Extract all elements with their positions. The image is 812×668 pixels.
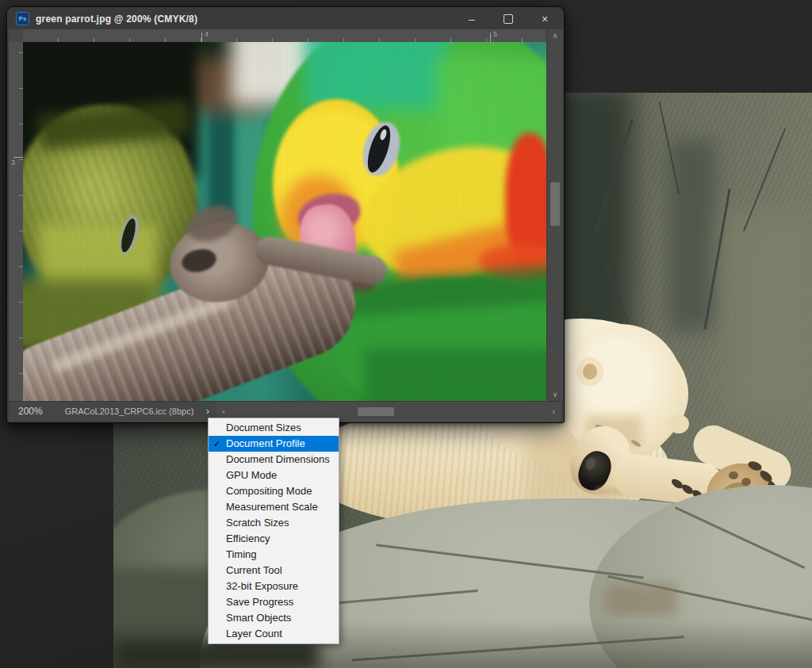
menu-item-document-sizes[interactable]: Document Sizes	[209, 420, 339, 436]
menu-item-timing[interactable]: Timing	[209, 547, 339, 563]
menu-item-efficiency[interactable]: Efficiency	[209, 531, 339, 547]
window-title: green parrot.jpg @ 200% (CMYK/8)	[36, 13, 197, 25]
vertical-scroll-thumb[interactable]	[550, 182, 560, 226]
menu-item-gpu-mode[interactable]: GPU Mode	[209, 468, 339, 483]
document-profile-readout[interactable]: GRACoL2013_CRPC6.icc (8bpc)	[58, 402, 201, 422]
maximize-button[interactable]	[490, 8, 527, 29]
menu-item-save-progress[interactable]: Save Progress	[209, 594, 339, 610]
check-icon: ✓	[213, 436, 220, 452]
rock-seam	[605, 584, 676, 616]
ruler-label: 4	[205, 30, 209, 38]
menu-item-measurement-scale[interactable]: Measurement Scale	[209, 499, 339, 515]
ruler-major-tick	[201, 32, 202, 42]
menu-item-compositing-mode[interactable]: Compositing Mode	[209, 483, 339, 499]
ruler-origin-box[interactable]	[9, 29, 24, 43]
window-controls: – ×	[454, 8, 563, 29]
zoom-level-field[interactable]: 200%	[18, 402, 43, 422]
vertical-ruler[interactable]: 3	[9, 42, 24, 401]
photoshop-document-window: Ps green parrot.jpg @ 200% (CMYK/8) – × …	[6, 6, 565, 423]
close-button[interactable]: ×	[527, 8, 563, 29]
bear-toe-pad	[741, 478, 751, 486]
photoshop-file-icon: Ps	[16, 12, 29, 25]
title-bar[interactable]: Ps green parrot.jpg @ 200% (CMYK/8) – ×	[8, 8, 563, 29]
horizontal-scroll-thumb[interactable]	[358, 407, 394, 416]
scroll-up-icon[interactable]: ∧	[547, 29, 563, 42]
maximize-icon	[504, 14, 513, 24]
bear-ear-inner	[583, 364, 597, 380]
ruler-label: 3	[11, 158, 15, 166]
document-canvas[interactable]	[23, 42, 546, 401]
ruler-major-tick	[13, 157, 23, 158]
menu-item-label: Document Profile	[226, 437, 305, 449]
vertical-scrollbar[interactable]: ∧ ∨	[546, 29, 563, 401]
minimize-button[interactable]: –	[454, 8, 490, 29]
rock-wall-moss	[724, 212, 812, 418]
menu-item-document-dimensions[interactable]: Document Dimensions	[209, 452, 339, 468]
ruler-label: 5	[493, 30, 497, 38]
horizontal-ruler[interactable]: 4 5	[23, 29, 546, 43]
menu-item-32-bit-exposure[interactable]: 32-bit Exposure	[209, 578, 339, 594]
image-grain	[23, 42, 546, 401]
menu-item-scratch-sizes[interactable]: Scratch Sizes	[209, 515, 339, 531]
bear-ear-right	[668, 414, 689, 433]
menu-item-document-profile[interactable]: ✓Document Profile	[209, 436, 339, 452]
scroll-down-icon[interactable]: ∨	[547, 388, 563, 401]
bear-toe-pad	[729, 471, 738, 479]
menu-item-layer-count[interactable]: Layer Count	[209, 626, 339, 642]
menu-item-current-tool[interactable]: Current Tool	[209, 563, 339, 578]
scroll-right-icon[interactable]: ›	[548, 402, 559, 422]
ruler-major-tick	[490, 32, 491, 42]
desktop: { "window": { "title": "green parrot.jpg…	[0, 0, 812, 668]
menu-item-smart-objects[interactable]: Smart Objects	[209, 610, 339, 626]
status-bar-popup-menu: Document Sizes ✓Document Profile Documen…	[208, 418, 339, 644]
